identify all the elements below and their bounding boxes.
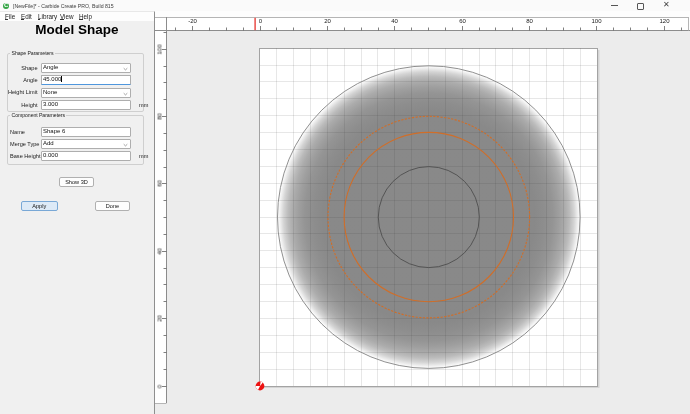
svg-text:60: 60 xyxy=(157,180,163,187)
svg-text:20: 20 xyxy=(324,18,331,24)
svg-text:20: 20 xyxy=(157,315,163,322)
svg-text:80: 80 xyxy=(526,18,533,24)
svg-text:80: 80 xyxy=(157,113,163,120)
svg-text:40: 40 xyxy=(391,18,398,24)
svg-text:60: 60 xyxy=(459,18,466,24)
svg-text:-20: -20 xyxy=(188,18,197,24)
svg-text:40: 40 xyxy=(157,248,163,255)
svg-text:100: 100 xyxy=(591,18,602,24)
svg-text:100: 100 xyxy=(157,44,163,55)
svg-text:120: 120 xyxy=(659,18,670,24)
